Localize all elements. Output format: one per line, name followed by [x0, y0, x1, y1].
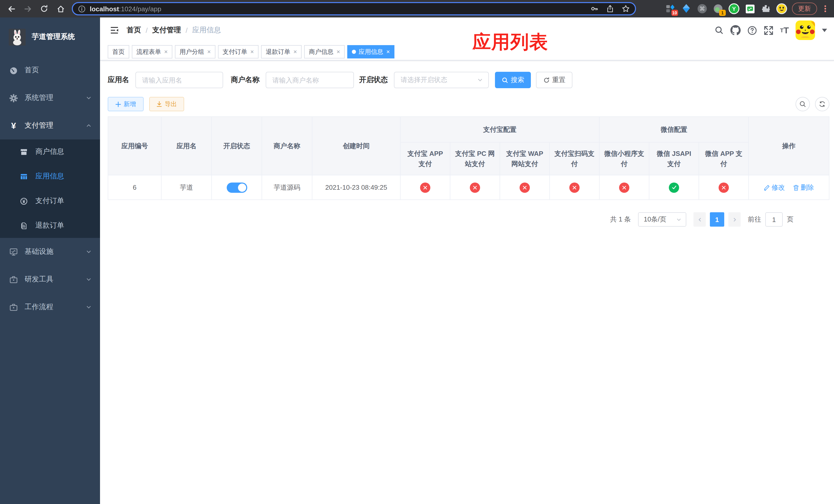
profile-avatar-icon[interactable] [776, 3, 787, 14]
breadcrumb-payment[interactable]: 支付管理 [152, 26, 181, 35]
site-info-icon[interactable] [78, 5, 86, 13]
extension-badge: 1 [719, 10, 726, 16]
browser-reload-icon[interactable] [39, 4, 49, 14]
tab-app-info[interactable]: 应用信息 [347, 45, 394, 59]
search-button[interactable]: 搜索 [495, 72, 531, 88]
extension-green-dot-icon[interactable]: 1 [712, 3, 724, 14]
sidebar-item-pay-order[interactable]: 支付订单 [0, 189, 100, 213]
status-cross-icon [719, 182, 729, 192]
breadcrumb: 首页 / 支付管理 / 应用信息 [127, 26, 221, 35]
sidebar-item-dev-tools[interactable]: 研发工具 [0, 266, 100, 293]
tab-process-form[interactable]: 流程表单 [132, 45, 172, 59]
close-icon[interactable] [207, 49, 211, 55]
tab-user-group[interactable]: 用户分组 [175, 45, 215, 59]
chevron-down-icon [86, 95, 92, 101]
goto-label: 前往 [748, 215, 761, 224]
cell-app-id: 6 [108, 175, 161, 200]
browser-home-icon[interactable] [56, 4, 66, 14]
sidebar-item-payment[interactable]: ¥ 支付管理 [0, 112, 100, 139]
tags-view: 首页 流程表单 用户分组 支付订单 退款订单 商户信息 应用信息 [100, 43, 834, 61]
sidebar-item-home[interactable]: 首页 [0, 56, 100, 84]
col-group-wechat: 微信配置 [599, 117, 749, 142]
github-icon[interactable] [730, 25, 741, 36]
browser-back-icon[interactable] [6, 4, 16, 14]
sidebar-item-workflow[interactable]: 工作流程 [0, 293, 100, 321]
col-enabled: 开启状态 [212, 117, 262, 175]
caret-down-icon[interactable] [822, 28, 827, 32]
refresh-table-button[interactable] [815, 97, 829, 111]
fullscreen-icon[interactable] [764, 25, 773, 35]
extensions-puzzle-icon[interactable] [760, 3, 771, 14]
svg-text:⌘: ⌘ [699, 6, 705, 12]
bookmark-star-icon[interactable] [622, 5, 630, 13]
extension-y-logo-icon[interactable]: Y [728, 3, 740, 14]
cell-wechat-jsapi-status [649, 175, 699, 200]
close-icon[interactable] [250, 49, 254, 55]
pagination: 共 1 条 10条/页 1 [108, 212, 829, 227]
browser-forward-icon[interactable] [23, 4, 33, 14]
monitor-check-icon [9, 247, 18, 256]
refresh-icon [543, 77, 550, 83]
cell-enabled [212, 175, 262, 200]
password-key-icon[interactable] [590, 5, 598, 13]
gear-icon [9, 94, 18, 102]
page-number-1[interactable]: 1 [710, 212, 724, 227]
sidebar-item-refund-order[interactable]: 退款订单 [0, 213, 100, 238]
tab-pay-order[interactable]: 支付订单 [218, 45, 259, 59]
trash-icon [793, 184, 799, 190]
extension-chat-icon[interactable] [744, 3, 755, 14]
close-icon[interactable] [293, 49, 297, 55]
payment-submenu: 商户信息 应用信息 支付订单 [0, 139, 100, 238]
next-page-button[interactable] [728, 212, 741, 227]
extension-kite-icon[interactable] [681, 3, 692, 14]
close-icon[interactable] [386, 49, 390, 55]
tab-home[interactable]: 首页 [108, 45, 129, 59]
tab-merchant-info[interactable]: 商户信息 [304, 45, 345, 59]
goto-page-input[interactable] [765, 212, 783, 227]
extension-command-icon[interactable]: ⌘ [697, 3, 708, 14]
add-button[interactable]: 新增 [108, 97, 144, 111]
page-title: 应用列表 [473, 30, 548, 55]
export-button[interactable]: 导出 [149, 97, 184, 111]
chevron-left-icon [697, 216, 702, 222]
sidebar-collapse-icon[interactable] [105, 21, 124, 40]
status-label: 开启状态 [359, 75, 388, 85]
tab-refund-order[interactable]: 退款订单 [261, 45, 302, 59]
show-search-toggle-button[interactable] [795, 97, 810, 111]
col-actions: 操作 [749, 117, 829, 175]
cell-wechat-lite-status [599, 175, 649, 200]
cell-alipay-wap-status [500, 175, 550, 200]
sidebar-item-merchant-info[interactable]: 商户信息 [0, 139, 100, 164]
col-alipay-wap: 支付宝 WAP 网站支付 [500, 142, 550, 175]
sidebar-item-app-info[interactable]: 应用信息 [0, 164, 100, 189]
status-select[interactable]: 请选择开启状态 [394, 72, 489, 88]
close-icon[interactable] [336, 49, 340, 55]
help-icon[interactable] [747, 25, 757, 35]
status-cross-icon [619, 182, 629, 192]
url-bar[interactable]: localhost:1024/pay/app [72, 2, 636, 15]
extension-blocks-icon[interactable]: 10 [665, 3, 676, 14]
sidebar-item-system[interactable]: 系统管理 [0, 84, 100, 112]
font-size-icon[interactable]: TT [780, 26, 789, 35]
breadcrumb-home[interactable]: 首页 [127, 26, 141, 35]
cell-actions: 修改 删除 [749, 175, 829, 200]
sidebar-logo-row[interactable]: 芋道管理系统 [0, 18, 100, 56]
col-app-id: 应用编号 [108, 117, 161, 175]
prev-page-button[interactable] [694, 212, 706, 227]
reset-button[interactable]: 重置 [536, 72, 572, 88]
share-icon[interactable] [606, 5, 614, 13]
browser-menu-icon[interactable] [822, 4, 829, 13]
page-size-select[interactable]: 10条/页 [638, 212, 686, 227]
chevron-down-icon [477, 77, 483, 83]
sidebar-item-infrastructure[interactable]: 基础设施 [0, 238, 100, 266]
col-group-alipay: 支付宝配置 [400, 117, 599, 142]
merchant-name-input[interactable] [266, 72, 354, 88]
app-name-input[interactable] [135, 72, 223, 88]
edit-link[interactable]: 修改 [764, 183, 785, 192]
browser-update-button[interactable]: 更新 [792, 3, 817, 15]
close-icon[interactable] [164, 49, 168, 55]
user-avatar[interactable] [795, 21, 815, 40]
enabled-switch[interactable] [226, 182, 247, 192]
header-search-icon[interactable] [715, 26, 724, 35]
delete-link[interactable]: 删除 [793, 183, 814, 192]
